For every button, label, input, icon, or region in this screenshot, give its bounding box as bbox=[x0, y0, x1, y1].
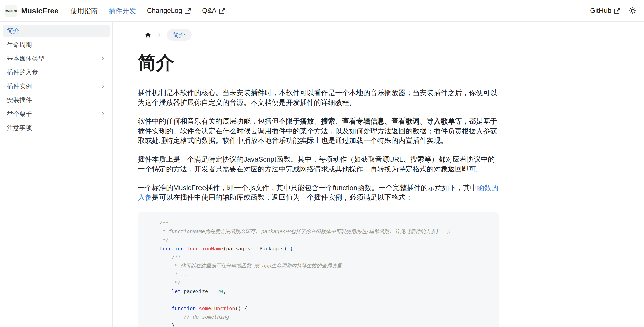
code-line-8: let pageSize = 20; bbox=[159, 287, 489, 296]
code-token: function bbox=[172, 305, 196, 311]
main-content: 简介 简介 插件机制是本软件的核心。当未安装插件时，本软件可以看作是一个本地的音… bbox=[113, 22, 644, 327]
code-line-3: function functionName(packages: IPackage… bbox=[159, 244, 489, 253]
sidebar-item-6[interactable]: 举个栗子 bbox=[3, 108, 110, 120]
code-line-10: function someFunction() { bbox=[159, 304, 489, 313]
code-token: */ bbox=[159, 280, 181, 286]
code-token: function bbox=[159, 246, 184, 252]
nav-item-label: 使用指南 bbox=[70, 6, 98, 15]
github-label: GitHub bbox=[590, 7, 611, 15]
text-run: 软件中的任何和音乐有关的底层功能，包括但不限于 bbox=[138, 117, 300, 125]
bold-text: 查看歌词 bbox=[391, 117, 420, 125]
navbar-links: 使用指南插件开发ChangeLogQ&A bbox=[70, 6, 225, 15]
code-line-7: */ bbox=[159, 278, 489, 287]
sidebar-item-label: 生命周期 bbox=[7, 40, 32, 49]
sidebar-item-7[interactable]: 注意事项 bbox=[3, 121, 110, 134]
sidebar-item-label: 举个栗子 bbox=[7, 110, 32, 118]
code-token: (packages: IPackages) { bbox=[223, 246, 293, 252]
code-token: } bbox=[159, 322, 175, 327]
breadcrumb-home[interactable] bbox=[144, 31, 152, 39]
chevron-right-icon bbox=[157, 33, 161, 37]
code-token: */ bbox=[159, 237, 169, 243]
code-line-6: * ... bbox=[159, 270, 489, 278]
code-line-11: // do something bbox=[159, 313, 489, 321]
code-token: let bbox=[172, 288, 181, 294]
brand[interactable]: ♪MusicFree MusicFree bbox=[5, 5, 58, 17]
sidebar: 简介生命周期基本媒体类型插件的入参插件实例安装插件举个栗子注意事项 bbox=[0, 22, 113, 327]
sidebar-item-2[interactable]: 基本媒体类型 bbox=[3, 52, 110, 65]
code-line-0: /** bbox=[159, 219, 489, 227]
doc-paragraph-1: 软件中的任何和音乐有关的底层功能，包括但不限于播放、搜索、查看专辑信息、查看歌词… bbox=[138, 116, 499, 146]
nav-item-2[interactable]: ChangeLog bbox=[147, 7, 191, 15]
sidebar-item-3[interactable]: 插件的入参 bbox=[3, 66, 110, 78]
code-token: /** bbox=[159, 254, 181, 260]
text-run: 、 bbox=[384, 117, 391, 125]
doc-layout: 简介生命周期基本媒体类型插件的入参插件实例安装插件举个栗子注意事项 简介 简介 … bbox=[0, 22, 644, 327]
page-title: 简介 bbox=[138, 51, 499, 75]
musicfree-logo: ♪MusicFree bbox=[5, 5, 17, 17]
chevron-right-icon bbox=[157, 33, 161, 37]
chevron-right-icon bbox=[100, 83, 106, 89]
code-token bbox=[196, 305, 199, 311]
code-line-12: } bbox=[159, 321, 489, 327]
nav-item-1[interactable]: 插件开发 bbox=[109, 6, 136, 15]
sidebar-item-label: 注意事项 bbox=[7, 124, 32, 132]
text-run: 一个标准的MusicFree插件，即一个.js文件，其中只能包含一个functi… bbox=[138, 184, 477, 192]
code-token: someFunction bbox=[199, 305, 235, 311]
code-block: /** * functionName为任意合法函数名即可; packages中包… bbox=[138, 212, 499, 327]
sidebar-item-label: 安装插件 bbox=[7, 96, 32, 104]
nav-item-0[interactable]: 使用指南 bbox=[70, 6, 98, 15]
breadcrumb-current[interactable]: 简介 bbox=[167, 29, 192, 41]
code-token bbox=[159, 288, 172, 294]
code-token: /** bbox=[159, 220, 169, 226]
theme-toggle-button[interactable] bbox=[629, 7, 637, 15]
brand-title: MusicFree bbox=[21, 7, 58, 15]
doc-body: 插件机制是本软件的核心。当未安装插件时，本软件可以看作是一个本地的音乐播放器；当… bbox=[138, 88, 499, 202]
sidebar-item-1[interactable]: 生命周期 bbox=[3, 38, 110, 51]
sun-icon bbox=[629, 7, 637, 15]
chevron-right-icon bbox=[100, 56, 106, 61]
home-icon bbox=[144, 31, 152, 39]
doc-paragraph-0: 插件机制是本软件的核心。当未安装插件时，本软件可以看作是一个本地的音乐播放器；当… bbox=[138, 88, 499, 107]
code-token bbox=[159, 305, 172, 311]
nav-item-3[interactable]: Q&A bbox=[202, 7, 225, 15]
external-link-icon bbox=[614, 8, 620, 14]
doc-paragraph-3: 一个标准的MusicFree插件，即一个.js文件，其中只能包含一个functi… bbox=[138, 183, 499, 202]
sidebar-item-label: 简介 bbox=[7, 27, 19, 35]
text-run: 、 bbox=[420, 117, 427, 125]
code-line-2: */ bbox=[159, 236, 489, 244]
nav-item-label: ChangeLog bbox=[147, 7, 182, 15]
code-token: * functionName为任意合法函数名即可; packages中包括了你在… bbox=[159, 228, 451, 234]
bold-text: 查看专辑信息 bbox=[342, 117, 384, 125]
bold-text: 播放 bbox=[300, 117, 314, 125]
code-token: * ... bbox=[159, 271, 190, 277]
bold-text: 导入歌单 bbox=[427, 117, 455, 125]
sidebar-item-5[interactable]: 安装插件 bbox=[3, 94, 110, 106]
nav-item-label: 插件开发 bbox=[109, 6, 136, 15]
text-run: 插件本质上是一个满足特定协议的JavaScript函数。其中，每项动作（如获取音… bbox=[138, 155, 495, 173]
navbar: ♪MusicFree MusicFree 使用指南插件开发ChangeLogQ&… bbox=[0, 0, 644, 22]
code-line-1: * functionName为任意合法函数名即可; packages中包括了你在… bbox=[159, 227, 489, 236]
code-line-5: * 你可以在这里编写任何辅助函数 或 app生命周期内持续生效的全局变量 bbox=[159, 261, 489, 270]
navbar-right: GitHub bbox=[590, 7, 637, 15]
text-run: 、 bbox=[335, 117, 342, 125]
github-link[interactable]: GitHub bbox=[590, 7, 620, 15]
sidebar-item-4[interactable]: 插件实例 bbox=[3, 80, 110, 92]
text-run: 插件机制是本软件的核心。当未安装 bbox=[138, 89, 251, 97]
code-token: functionName bbox=[187, 246, 223, 252]
code-token: // do something bbox=[159, 314, 229, 320]
code-token: 20 bbox=[217, 288, 223, 294]
text-run: 、 bbox=[314, 117, 321, 125]
chevron-right-icon bbox=[100, 111, 106, 117]
breadcrumb: 简介 bbox=[144, 29, 499, 41]
text-run: 是可以在插件中使用的辅助库或函数，返回值为一个插件实例，必须满足以下格式： bbox=[152, 193, 413, 201]
bold-text: 插件 bbox=[251, 89, 265, 97]
sidebar-item-label: 插件实例 bbox=[7, 82, 32, 90]
sidebar-item-label: 基本媒体类型 bbox=[7, 54, 45, 63]
code-token: ; bbox=[223, 288, 226, 294]
bold-text: 搜索 bbox=[321, 117, 335, 125]
sidebar-item-0[interactable]: 简介 bbox=[3, 25, 110, 37]
code-line-4: /** bbox=[159, 253, 489, 261]
code-token: * 你可以在这里编写任何辅助函数 或 app生命周期内持续生效的全局变量 bbox=[159, 263, 342, 269]
external-link-icon bbox=[185, 8, 191, 14]
code-token: () { bbox=[235, 305, 247, 311]
